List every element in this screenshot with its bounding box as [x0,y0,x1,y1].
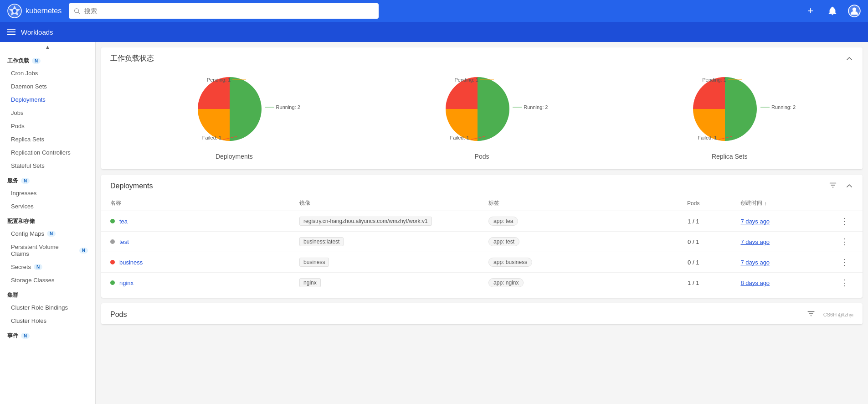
workload-status-card: 工作负载状态 [101,47,863,169]
filter-icon [829,181,837,189]
deployments-table-header: 名称 镜像 标签 Pods 创建时间 ↑ [101,196,863,211]
sidebar-section-events: 事件 N [0,327,95,342]
notifications-button[interactable] [826,5,839,17]
row-nginx-name-col: nginx [110,280,299,286]
chart-pods-label: Pods [475,153,489,160]
table-row: business business app: business 0 / 1 7 … [101,252,863,273]
sidebar-item-stateful-sets[interactable]: Stateful Sets [0,159,95,172]
running-line-rs [760,105,770,109]
svg-line-12 [471,136,485,140]
add-button[interactable]: + [804,5,817,17]
chevron-up-icon [845,55,853,63]
pie-chart-pods: Pending: 1 Running: 2 Failed: 1 [441,73,523,145]
link-nginx[interactable]: nginx [119,280,134,286]
chart-replica-sets: Pending: 1 Running: 2 Failed: 1 Replica … [606,73,853,160]
time-link-test[interactable]: 7 days ago [740,238,770,245]
deployments-table: 名称 镜像 标签 Pods 创建时间 ↑ tea [101,196,863,298]
row-tea-tags: app: tea [488,217,646,226]
sidebar-item-daemon-sets[interactable]: Daemon Sets [0,80,95,93]
search-icon [73,7,80,15]
more-menu-business[interactable]: ⋮ [839,257,850,268]
sort-arrow-icon: ↑ [764,201,767,206]
pending-line-rs [728,78,742,82]
sidebar-item-replication-controllers[interactable]: Replication Controllers [0,146,95,159]
user-button[interactable] [848,5,861,17]
running-line-deployments [265,105,274,109]
sidebar-item-storage-classes[interactable]: Storage Classes [0,274,95,287]
failed-label-pods: Failed: 1 [450,134,485,141]
sidebar-item-pvc[interactable]: Persistent Volume Claims N [0,240,95,260]
sidebar-item-jobs[interactable]: Jobs [0,106,95,119]
running-line-pods [513,105,522,109]
filter-button[interactable] [829,181,837,191]
time-link-tea[interactable]: 7 days ago [740,218,770,225]
sidebar-item-pods[interactable]: Pods [0,119,95,133]
image-pill-nginx: nginx [299,278,321,287]
col-header-pods: Pods [646,200,741,207]
sidebar-section-workload: 工作负载 N [0,52,95,67]
row-nginx-actions: ⋮ [835,277,853,288]
time-link-nginx[interactable]: 8 days ago [740,280,770,286]
time-link-business[interactable]: 7 days ago [740,259,770,266]
pods-card: Pods CS6H @tzhyi [101,303,863,324]
sidebar-item-cron-jobs[interactable]: Cron Jobs [0,67,95,80]
image-pill-business: business [299,258,329,267]
collapse-deployments-button[interactable] [845,182,853,190]
table-row: tea registry.cn-hangzhou.aliyuncs.com/wm… [101,211,863,232]
sidebar-item-replica-sets[interactable]: Replica Sets [0,133,95,146]
search-input[interactable] [84,7,375,15]
content-area: 工作负载状态 [96,42,868,404]
sidebar-section-cluster: 集群 [0,287,95,301]
sidebar-item-config-maps[interactable]: Config Maps N [0,227,95,240]
row-tea-actions: ⋮ [835,216,853,227]
deployments-header-right [829,181,853,191]
user-icon [848,5,861,17]
link-tea[interactable]: tea [119,218,128,225]
topbar-actions: + [804,5,861,17]
workload-status-title: 工作负载状态 [110,54,154,63]
image-pill-test: business:latest [299,237,344,246]
pending-line-pods [480,78,494,82]
more-menu-nginx[interactable]: ⋮ [839,277,850,288]
row-test-name-col: test [110,238,299,245]
sidebar-scroll-up[interactable]: ▲ [0,42,95,52]
link-business[interactable]: business [119,259,143,266]
sidebar-item-secrets[interactable]: Secrets N [0,260,95,274]
pods-filter-button[interactable] [807,310,815,320]
row-nginx-time: 8 days ago [740,280,835,286]
status-dot-test [110,239,115,244]
sidebar-item-cluster-role-bindings[interactable]: Cluster Role Bindings [0,301,95,314]
sidebar-item-deployments[interactable]: Deployments [0,93,95,106]
pending-label-rs: Pending: 1 [702,77,742,83]
collapse-status-button[interactable] [845,55,853,63]
col-header-image: 镜像 [299,199,488,207]
col-header-time: 创建时间 ↑ [740,199,835,207]
svg-line-15 [719,136,732,140]
sidebar-section-service: 服务 N [0,172,95,186]
failed-label-deployments: Failed: 1 [202,134,237,141]
row-tea-pods: 1 / 1 [646,218,741,225]
chart-replica-sets-label: Replica Sets [712,153,748,160]
more-menu-tea[interactable]: ⋮ [839,216,850,227]
status-dot-tea [110,219,115,223]
bell-icon [827,6,837,16]
sidebar-item-cluster-roles[interactable]: Cluster Roles [0,314,95,327]
sidebar-item-ingresses[interactable]: Ingresses [0,186,95,200]
search-bar[interactable] [69,3,379,19]
table-row: nginx nginx app: nginx 1 / 1 8 days ago … [101,273,863,293]
more-menu-test[interactable]: ⋮ [839,236,850,247]
workloads-bar: Workloads [0,22,868,42]
failed-label-rs: Failed: 1 [698,134,732,141]
row-business-actions: ⋮ [835,257,853,268]
row-nginx-image: nginx [299,278,488,287]
topbar: kubernetes + [0,0,868,22]
running-label-rs: Running: 2 [760,104,796,110]
running-label-deployments: Running: 2 [265,104,300,110]
row-test-tags: app: test [488,237,646,246]
row-test-image: business:latest [299,237,488,246]
link-test[interactable]: test [119,238,129,245]
kubernetes-logo-icon [7,4,22,18]
menu-icon[interactable] [7,29,15,35]
pie-chart-deployments: Pending: 1 Running: 2 Failed: 1 [193,73,275,145]
sidebar-item-services[interactable]: Services [0,200,95,213]
